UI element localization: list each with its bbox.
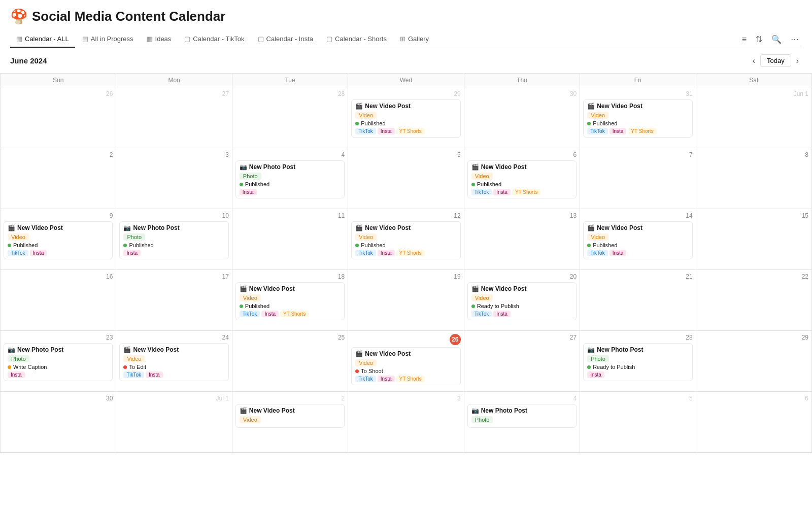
platform-tag: TikTok bbox=[240, 311, 260, 317]
nav-label-calendar-shorts: Calendar - Shorts bbox=[335, 35, 387, 43]
nav-item-calendar-shorts[interactable]: ▢Calendar - Shorts bbox=[320, 31, 393, 48]
calendar-event[interactable]: 🎬New Video PostVideoPublishedTikTokInsta… bbox=[467, 160, 577, 198]
nav-item-all-in-progress[interactable]: ▤All in Progress bbox=[76, 31, 140, 48]
calendar-event[interactable]: 🎬New Video PostVideoPublishedTikTokInsta… bbox=[235, 282, 345, 320]
platform-tag: TikTok bbox=[587, 128, 608, 134]
day-cell: 12🎬New Video PostVideoPublishedTikTokIns… bbox=[348, 209, 464, 270]
event-title-text: New Video Post bbox=[249, 407, 295, 414]
event-title-text: New Video Post bbox=[365, 224, 411, 231]
nav-actions: ≡ ⇅ 🔍 ⋯ bbox=[739, 32, 802, 46]
event-emoji: 📷 bbox=[587, 346, 595, 353]
status-text: Published bbox=[477, 181, 501, 187]
event-title: 🎬New Video Post bbox=[8, 224, 109, 231]
status-dot bbox=[587, 244, 591, 247]
event-platforms: TikTokInsta bbox=[8, 250, 109, 256]
calendar-event[interactable]: 🎬New Video PostVideoReady to PublishTikT… bbox=[467, 282, 577, 320]
day-header-mon: Mon bbox=[116, 74, 232, 87]
nav-icon-ideas: ▦ bbox=[147, 35, 153, 43]
prev-arrow[interactable]: ‹ bbox=[750, 55, 758, 66]
filter-button[interactable]: ≡ bbox=[739, 33, 750, 46]
nav-items: ▦Calendar - ALL▤All in Progress▦Ideas▢Ca… bbox=[10, 31, 737, 48]
nav-item-calendar-insta[interactable]: ▢Calendar - Insta bbox=[252, 31, 320, 48]
day-header-sun: Sun bbox=[1, 74, 116, 87]
day-cell: 27 bbox=[464, 331, 580, 392]
event-emoji: 🎬 bbox=[587, 224, 595, 231]
calendar-event[interactable]: 🎬New Video PostVideoPublishedTikTokInsta… bbox=[351, 221, 460, 259]
platform-tag: Insta bbox=[261, 311, 279, 317]
day-cell: 5 bbox=[348, 148, 464, 209]
platform-tag: Insta bbox=[587, 371, 604, 378]
day-number: 6 bbox=[699, 395, 808, 402]
search-button[interactable]: 🔍 bbox=[768, 32, 785, 46]
calendar-event[interactable]: 📷New Photo PostPhotoReady to PublishInst… bbox=[583, 343, 692, 381]
platform-tag: TikTok bbox=[355, 128, 376, 134]
status-text: Published bbox=[129, 242, 153, 248]
event-type-tag: Video bbox=[8, 233, 29, 241]
event-title: 🎬New Video Post bbox=[471, 163, 572, 171]
day-number: 12 bbox=[351, 212, 460, 219]
event-status: To Edit bbox=[123, 364, 224, 370]
next-arrow[interactable]: › bbox=[793, 55, 802, 66]
event-emoji: 🎬 bbox=[355, 224, 363, 231]
event-status: Ready to Publish bbox=[587, 364, 688, 370]
day-number: 2 bbox=[4, 151, 113, 158]
day-number: 16 bbox=[4, 273, 113, 280]
nav-item-gallery[interactable]: ⊞Gallery bbox=[394, 31, 435, 48]
event-type-tag: Video bbox=[355, 112, 377, 119]
day-cell: 30 bbox=[1, 392, 116, 453]
page-title: 🍄 Social Media Content Calendar bbox=[10, 8, 802, 25]
day-cell: 26 bbox=[1, 87, 116, 148]
event-platforms: Insta bbox=[240, 189, 341, 195]
status-dot bbox=[240, 305, 243, 308]
calendar-event[interactable]: 🎬New Video PostVideoPublishedTikTokInsta… bbox=[583, 99, 692, 138]
day-number: 29 bbox=[351, 90, 460, 97]
day-cell: Jul 1 bbox=[116, 392, 232, 453]
nav-item-calendar-all[interactable]: ▦Calendar - ALL bbox=[10, 31, 75, 48]
more-button[interactable]: ⋯ bbox=[788, 32, 802, 46]
calendar-event[interactable]: 🎬New Video PostVideoPublishedTikTokInsta bbox=[583, 221, 692, 259]
calendar-event[interactable]: 🎬New Video PostVideo bbox=[235, 404, 345, 428]
platform-tag: Insta bbox=[8, 371, 25, 378]
event-platforms: Insta bbox=[8, 371, 109, 378]
day-number: 5 bbox=[583, 395, 692, 402]
platform-tag: Insta bbox=[610, 128, 627, 134]
event-title: 🎬New Video Post bbox=[355, 350, 456, 357]
event-emoji: 🎬 bbox=[8, 224, 15, 231]
event-status: Published bbox=[587, 242, 688, 248]
calendar-event[interactable]: 🎬New Video PostVideoPublishedTikTokInsta bbox=[4, 221, 113, 259]
day-number: 4 bbox=[235, 151, 345, 158]
day-number: 26 bbox=[450, 334, 461, 345]
today-button[interactable]: Today bbox=[760, 54, 791, 67]
event-status: Published bbox=[355, 242, 456, 248]
calendar-event[interactable]: 🎬New Video PostVideoTo ShootTikTokInstaY… bbox=[351, 347, 460, 385]
status-dot bbox=[240, 183, 243, 186]
page-header: 🍄 Social Media Content Calendar ▦Calenda… bbox=[0, 0, 812, 48]
event-type-tag: Photo bbox=[8, 355, 29, 362]
nav-item-calendar-tiktok[interactable]: ▢Calendar - TikTok bbox=[178, 31, 250, 48]
calendar-event[interactable]: 🎬New Video PostVideoTo EditTikTokInsta bbox=[119, 343, 228, 381]
status-text: Published bbox=[361, 120, 385, 126]
event-type-tag: Video bbox=[240, 416, 261, 423]
status-dot bbox=[8, 365, 11, 369]
event-emoji: 🎬 bbox=[240, 285, 247, 292]
event-emoji: 🎬 bbox=[355, 103, 363, 110]
status-dot bbox=[123, 244, 127, 247]
nav-item-ideas[interactable]: ▦Ideas bbox=[141, 31, 178, 48]
platform-tag: Insta bbox=[493, 311, 511, 317]
calendar-event[interactable]: 📷New Photo PostPhotoPublishedInsta bbox=[119, 221, 228, 259]
sort-button[interactable]: ⇅ bbox=[753, 32, 765, 46]
calendar-event[interactable]: 🎬New Video PostVideoPublishedTikTokInsta… bbox=[351, 99, 460, 138]
day-number: Jul 1 bbox=[119, 395, 228, 402]
event-emoji: 📷 bbox=[8, 346, 15, 353]
day-number: 17 bbox=[119, 273, 228, 280]
calendar-event[interactable]: 📷New Photo PostPhotoWrite CaptionInsta bbox=[4, 343, 113, 381]
nav-label-all-in-progress: All in Progress bbox=[91, 35, 133, 43]
calendar-event[interactable]: 📷New Photo PostPhoto bbox=[467, 404, 577, 428]
event-title-text: New Video Post bbox=[481, 163, 527, 171]
platform-tag: Insta bbox=[493, 189, 511, 195]
today-navigation: ‹ Today › bbox=[750, 54, 802, 67]
calendar-grid: SunMonTueWedThuFriSat26272829🎬New Video … bbox=[0, 73, 812, 453]
event-title: 📷New Photo Post bbox=[471, 407, 572, 414]
event-emoji: 🎬 bbox=[240, 407, 247, 414]
calendar-event[interactable]: 📷New Photo PostPhotoPublishedInsta bbox=[235, 160, 345, 198]
